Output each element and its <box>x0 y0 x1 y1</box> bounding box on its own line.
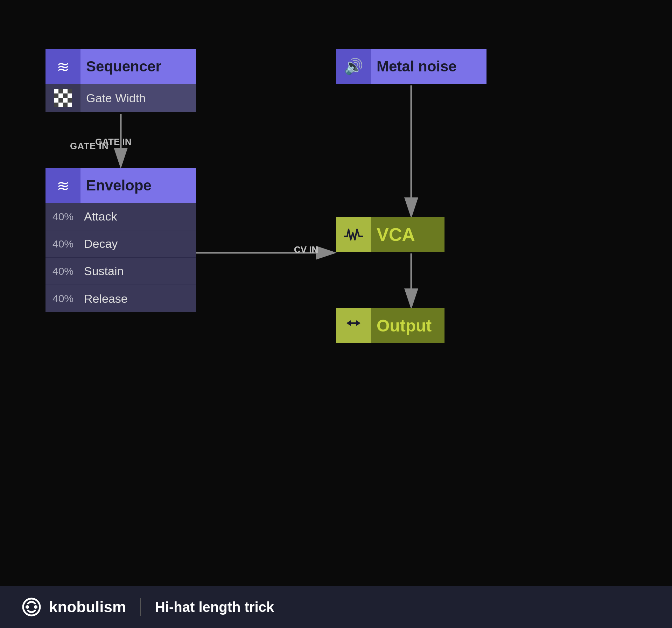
pulse-svg <box>344 226 363 243</box>
metal-noise-title-box: Metal noise <box>371 49 486 84</box>
checker-svg <box>54 89 72 107</box>
footer-subtitle: Hi-hat length trick <box>155 599 274 615</box>
param-row-attack: 40% Attack <box>46 203 196 230</box>
param-row-decay: 40% Decay <box>46 230 196 258</box>
envelope-title: Envelope <box>86 177 152 194</box>
footer-divider <box>140 598 141 616</box>
release-percent: 40% <box>46 293 80 305</box>
sequencer-icon-box: ≋ <box>46 49 80 84</box>
sustain-percent: 40% <box>46 265 80 277</box>
gate-width-label: Gate Width <box>80 91 196 105</box>
metal-noise-title: Metal noise <box>377 58 457 75</box>
metal-noise-icon-box: 🔊 <box>336 49 371 84</box>
sequencer-title-box: Sequencer <box>80 49 196 84</box>
svg-rect-18 <box>68 98 72 103</box>
vca-module: VCA <box>336 217 444 252</box>
release-label: Release <box>80 292 196 306</box>
svg-rect-15 <box>54 98 58 103</box>
envelope-wave-icon: ≋ <box>57 177 70 195</box>
svg-rect-19 <box>54 103 58 107</box>
param-row-release: 40% Release <box>46 285 196 312</box>
gate-in-text: GATE IN <box>70 141 109 152</box>
envelope-icon-box: ≋ <box>46 168 80 203</box>
vca-icon-box <box>336 217 371 252</box>
cv-in-text: CV IN <box>294 244 318 255</box>
svg-rect-14 <box>68 93 72 98</box>
svg-rect-21 <box>63 103 68 107</box>
decay-percent: 40% <box>46 238 80 250</box>
metal-noise-speaker-icon: 🔊 <box>344 57 363 76</box>
svg-point-24 <box>26 605 29 609</box>
sequencer-gate-width-row: Gate Width <box>46 84 196 112</box>
envelope-title-box: Envelope <box>80 168 196 203</box>
envelope-module: ≋ Envelope 40% Attack 40% Decay 40% Sust… <box>46 168 196 312</box>
sustain-label: Sustain <box>80 264 196 278</box>
sequencer-checker-icon <box>46 84 80 112</box>
attack-percent: 40% <box>46 211 80 223</box>
main-canvas: GATE IN CV IN ≋ Sequencer <box>0 0 672 586</box>
svg-rect-13 <box>63 93 68 98</box>
envelope-params: 40% Attack 40% Decay 40% Sustain 40% Rel… <box>46 203 196 312</box>
svg-rect-7 <box>54 89 58 93</box>
decay-label: Decay <box>80 237 196 251</box>
svg-rect-17 <box>63 98 68 103</box>
param-row-sustain: 40% Sustain <box>46 258 196 285</box>
footer-brand: knobulism <box>49 598 126 616</box>
output-title: Output <box>377 316 432 335</box>
footer: knobulism Hi-hat length trick <box>0 586 672 628</box>
sequencer-module: ≋ Sequencer <box>46 49 196 112</box>
svg-rect-8 <box>58 89 63 93</box>
metal-noise-module: 🔊 Metal noise <box>336 49 486 84</box>
svg-rect-12 <box>58 93 63 98</box>
vca-title: VCA <box>377 224 415 245</box>
vca-title-box: VCA <box>371 217 444 252</box>
arrows-svg <box>344 317 363 334</box>
output-title-box: Output <box>371 308 444 343</box>
sequencer-title: Sequencer <box>86 58 161 75</box>
output-module: Output <box>336 308 444 343</box>
output-icon-box <box>336 308 371 343</box>
sequencer-wave-icon: ≋ <box>57 58 70 76</box>
svg-point-25 <box>34 605 37 609</box>
svg-rect-16 <box>58 98 63 103</box>
svg-rect-11 <box>54 93 58 98</box>
knobulism-logo-icon <box>21 596 42 617</box>
svg-rect-10 <box>68 89 72 93</box>
svg-rect-20 <box>58 103 63 107</box>
svg-rect-22 <box>68 103 72 107</box>
svg-rect-9 <box>63 89 68 93</box>
attack-label: Attack <box>80 210 196 223</box>
